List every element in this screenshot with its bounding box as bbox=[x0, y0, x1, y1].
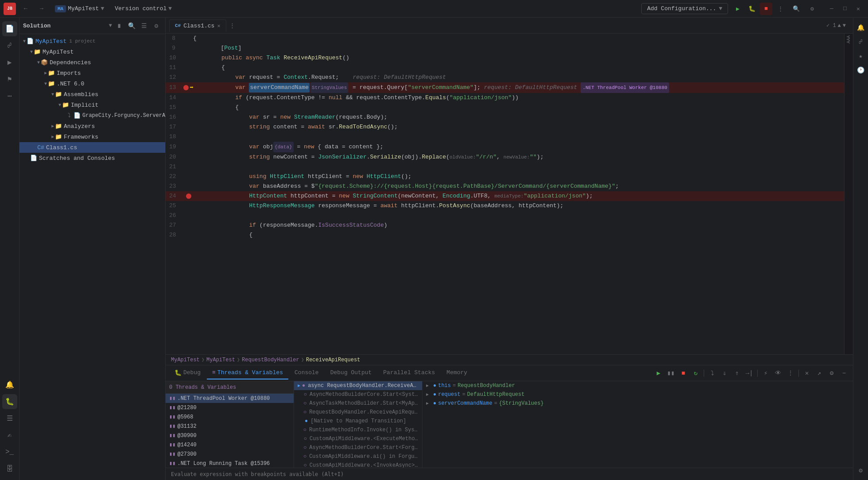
sidebar-icon-terminal[interactable]: >_ bbox=[2, 445, 17, 460]
debug-button[interactable]: 🐛 bbox=[746, 3, 758, 15]
debug-stop-btn[interactable]: ■ bbox=[678, 368, 689, 379]
tree-item-scratches[interactable]: 📄 Scratches and Consoles bbox=[19, 153, 165, 163]
debug-restart-btn[interactable]: ↻ bbox=[690, 368, 701, 379]
stack-item-2[interactable]: ○ AsyncTaskMethodBuilder.Start<MyApiTest… bbox=[294, 399, 422, 408]
var-item-this[interactable]: ► ● this = RequestBodyHandler bbox=[422, 381, 853, 390]
maximize-button[interactable]: □ bbox=[839, 3, 851, 15]
sidebar-icon-bookmarks[interactable]: ⚑ bbox=[2, 72, 17, 87]
settings-button[interactable]: ⚙ bbox=[806, 3, 818, 15]
thread-item-2[interactable]: ▮▮ @5968 bbox=[166, 412, 294, 422]
debug-evaluate[interactable]: ⚡ bbox=[760, 368, 771, 379]
debug-tab-parallel[interactable]: Parallel Stacks bbox=[378, 367, 440, 379]
stop-button[interactable]: ■ bbox=[760, 3, 772, 15]
sidebar-icon-todo[interactable]: ✍ bbox=[2, 428, 17, 443]
tree-item-frameworks[interactable]: ► 📁 Frameworks bbox=[19, 132, 165, 142]
debug-tab-output[interactable]: Debug Output bbox=[325, 367, 377, 379]
debug-step-over[interactable]: ⤵ bbox=[707, 368, 717, 379]
version-control-button[interactable]: Version control ▼ bbox=[111, 4, 175, 14]
debug-expression-input[interactable] bbox=[171, 471, 848, 477]
more-run-button[interactable]: ⋮ bbox=[774, 3, 787, 15]
stack-item-5[interactable]: ○ RuntimeMethodInfo.Invoke() in System.R… bbox=[294, 426, 422, 434]
breadcrumb-method[interactable]: ReceiveApiRequest bbox=[306, 357, 360, 363]
debug-more[interactable]: ⋮ bbox=[785, 368, 796, 379]
file-tree-search2[interactable]: ☰ bbox=[139, 20, 149, 31]
debug-tab-console[interactable]: Console bbox=[289, 367, 324, 379]
right-icon-history[interactable]: 🕐 bbox=[855, 64, 867, 76]
search-everywhere-button[interactable]: 🔍 bbox=[790, 3, 802, 15]
breadcrumb-class[interactable]: RequestBodyHandler bbox=[242, 357, 299, 363]
stack-item-7[interactable]: ○ AsyncMethodBuilderCore.Start<Forguncy.… bbox=[294, 443, 422, 452]
stack-item-0[interactable]: ► ● async RequestBodyHandler.ReceiveApiR… bbox=[294, 381, 422, 390]
line-nav-up[interactable]: ▲ bbox=[838, 23, 841, 29]
tree-item-project[interactable]: ▼ 📄 MyApiTest 1 project bbox=[19, 36, 165, 46]
debug-settings-btn[interactable]: ⚙ bbox=[826, 368, 837, 379]
debug-collapse-btn[interactable]: − bbox=[839, 368, 849, 379]
stack-item-1[interactable]: ○ AsyncMethodBuilderCore.Start<System__C… bbox=[294, 390, 422, 399]
tree-item-implicit[interactable]: ▼ 📁 Implicit bbox=[19, 100, 165, 110]
sidebar-icon-debug[interactable]: 🐛 bbox=[2, 394, 17, 409]
file-tree-search[interactable]: 🔍 bbox=[126, 20, 137, 31]
tab-class1-cs[interactable]: C# Class1.cs ✕ bbox=[169, 19, 226, 32]
tab-more-button[interactable]: ⋮ bbox=[227, 20, 238, 31]
thread-item-7[interactable]: ▮▮ .NET Long Running Task @15396 bbox=[166, 459, 294, 468]
right-icon-plugins[interactable]: ⚙ bbox=[855, 464, 867, 476]
breadcrumb-namespace[interactable]: MyApiTest bbox=[206, 357, 235, 363]
tree-item-imports[interactable]: ► 📁 Imports bbox=[19, 68, 165, 78]
thread-item-6[interactable]: ▮▮ @27300 bbox=[166, 449, 294, 459]
debug-step-out[interactable]: ⇑ bbox=[732, 368, 742, 379]
debug-watches[interactable]: 👁 bbox=[773, 368, 783, 379]
sidebar-icon-structure[interactable]: ☰ bbox=[2, 411, 17, 426]
tree-item-assemblies[interactable]: ▼ 📁 Assemblies bbox=[19, 89, 165, 100]
solution-dropdown-arrow[interactable]: ▼ bbox=[109, 23, 112, 29]
right-icon-vcs[interactable]: ☍ bbox=[855, 35, 867, 48]
debug-tab-debug[interactable]: 🐛 Debug bbox=[169, 367, 206, 380]
debug-step-into[interactable]: ⇓ bbox=[719, 368, 730, 379]
thread-item-3[interactable]: ▮▮ @31132 bbox=[166, 422, 294, 431]
project-selector[interactable]: MA MyApiTest ▼ bbox=[51, 4, 108, 14]
sidebar-icon-run[interactable]: ▶ bbox=[2, 55, 17, 70]
tab-close-button[interactable]: ✕ bbox=[217, 23, 220, 29]
breakpoint-13[interactable] bbox=[183, 85, 189, 90]
var-item-request[interactable]: ► ● request = DefaultHttpRequest bbox=[422, 390, 853, 399]
close-button[interactable]: ✕ bbox=[852, 3, 864, 15]
stack-item-3[interactable]: ○ RequestBodyHandler.ReceiveApiRequest()… bbox=[294, 408, 422, 417]
debug-resume-btn[interactable]: ▶ bbox=[653, 368, 664, 379]
back-button[interactable]: ← bbox=[19, 3, 32, 15]
minimize-button[interactable]: — bbox=[825, 3, 838, 15]
thread-item-5[interactable]: ▮▮ @14240 bbox=[166, 440, 294, 449]
stack-item-6[interactable]: ○ CustomApiMiddleware.<ExecuteMethodAsyn… bbox=[294, 434, 422, 443]
breakpoint-24[interactable] bbox=[186, 194, 191, 199]
sidebar-icon-solution[interactable]: 📄 bbox=[2, 21, 17, 36]
debug-pause-btn[interactable]: ▮▮ bbox=[666, 368, 676, 379]
thread-item-0[interactable]: ▮▮ .NET ThreadPool Worker @10880 bbox=[166, 394, 294, 403]
tree-item-dependencies[interactable]: ▼ 📦 Dependencies bbox=[19, 57, 165, 68]
sidebar-icon-git[interactable]: ☍ bbox=[2, 38, 17, 53]
stack-item-4[interactable]: ● [Native to Managed Transition] bbox=[294, 417, 422, 426]
tree-item-net60[interactable]: ▼ 📁 .NET 6.0 bbox=[19, 78, 165, 89]
tree-item-myangitest-folder[interactable]: ▼ 📁 MyApiTest bbox=[19, 46, 165, 57]
file-tree-settings[interactable]: ⚙ bbox=[151, 20, 162, 31]
thread-item-1[interactable]: ▮▮ @21280 bbox=[166, 403, 294, 412]
breadcrumb-project[interactable]: MyApiTest bbox=[171, 357, 200, 363]
stack-item-8[interactable]: ○ CustomApiMiddleware.ai() in Forguncy.K… bbox=[294, 452, 422, 461]
code-content[interactable]: 8 { 9 [Post] 10 public bbox=[166, 34, 844, 354]
stack-item-9[interactable]: ○ CustomApiMiddleware.<InvokeAsync>d__4.… bbox=[294, 461, 422, 468]
sidebar-icon-db[interactable]: 🗄 bbox=[2, 461, 17, 476]
debug-tab-memory[interactable]: Memory bbox=[441, 367, 473, 379]
line-nav-down[interactable]: ▼ bbox=[843, 23, 846, 29]
debug-float-btn[interactable]: ↗ bbox=[814, 368, 825, 379]
debug-run-to-cursor[interactable]: →| bbox=[744, 368, 755, 379]
add-configuration-button[interactable]: Add Configuration... ▼ bbox=[641, 3, 728, 14]
tree-item-graperef[interactable]: ⤵ 📄 GrapeCity.Forguncy.ServerApi bbox=[19, 110, 165, 121]
forward-button[interactable]: → bbox=[35, 3, 48, 15]
debug-tab-threads[interactable]: ≡ Threads & Variables bbox=[207, 367, 288, 379]
right-icon-ai[interactable]: ★ bbox=[855, 50, 867, 62]
sidebar-icon-notifications[interactable]: 🔔 bbox=[2, 377, 17, 392]
tree-item-analyzers[interactable]: ► 📁 Analyzers bbox=[19, 121, 165, 132]
sidebar-icon-more[interactable]: ⋯ bbox=[2, 89, 17, 104]
file-tree-collapse-all[interactable]: ∎ bbox=[114, 20, 124, 31]
run-button[interactable]: ▶ bbox=[732, 3, 744, 15]
var-item-servercmd[interactable]: ► ● serverCommandName = {StringValues} bbox=[422, 399, 853, 408]
right-icon-notifications[interactable]: 🔔 bbox=[855, 21, 867, 34]
debug-close-btn[interactable]: ✕ bbox=[802, 368, 812, 379]
